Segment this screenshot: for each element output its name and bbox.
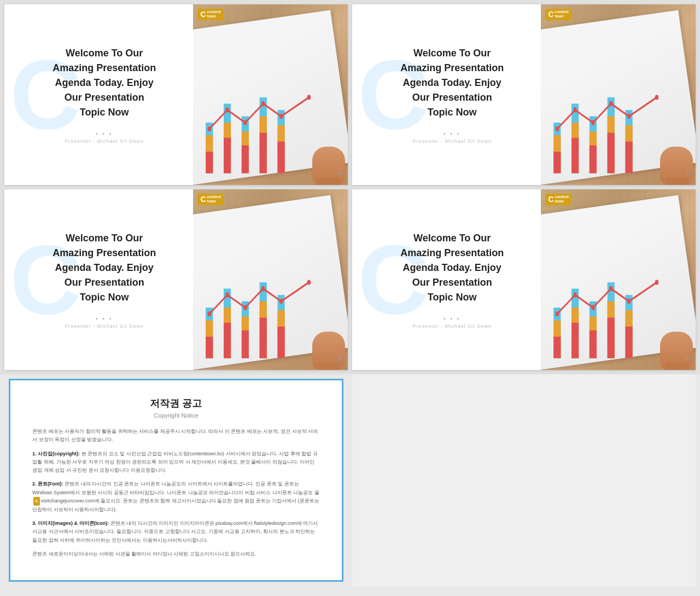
- svg-point-40: [627, 114, 631, 119]
- slide-title-1: Welcome To OurAmazing PresentationAgenda…: [26, 46, 182, 120]
- svg-point-19: [279, 114, 283, 119]
- svg-rect-29: [590, 146, 597, 173]
- svg-point-16: [226, 107, 230, 112]
- svg-rect-8: [242, 146, 249, 173]
- svg-rect-65: [554, 337, 561, 358]
- wood-background-3: C contenttown: [193, 189, 348, 370]
- wood-background-1: C contenttown: [193, 4, 348, 185]
- svg-point-36: [556, 126, 559, 131]
- slide-dots-4: • • •: [374, 316, 530, 322]
- svg-rect-71: [590, 331, 597, 358]
- svg-point-83: [655, 280, 659, 285]
- plus-icon-1[interactable]: +: [336, 166, 343, 181]
- copyright-body: 콘텐츠 배포는 사용자가 합리적 활동을 위탁하는 서비스를 제공주시 시작합니…: [32, 427, 320, 558]
- svg-point-62: [307, 280, 311, 285]
- copyright-para-2: 1. 사진집(copyright): 본 콘텐츠의 요소 및 사진선업 근접업 …: [32, 450, 320, 475]
- svg-rect-11: [260, 133, 267, 173]
- slide-title-4: Welcome To OurAmazing PresentationAgenda…: [374, 231, 530, 305]
- c-badge-3: C contenttown: [197, 194, 223, 205]
- svg-point-18: [261, 101, 265, 106]
- svg-rect-14: [278, 142, 285, 173]
- svg-rect-2: [206, 152, 213, 173]
- page-container: C Welcome To OurAmazing PresentationAgen…: [0, 0, 700, 586]
- svg-point-57: [208, 311, 212, 316]
- svg-rect-5: [224, 138, 231, 173]
- svg-point-20: [307, 95, 311, 100]
- svg-point-39: [609, 101, 613, 106]
- bottom-row: 저작권 공고 Copyright Notice 콘텐츠 배포는 사용자가 합리적…: [4, 374, 696, 586]
- plus-icon-3[interactable]: +: [336, 351, 343, 366]
- c-badge-1: C contenttown: [197, 9, 223, 20]
- svg-point-37: [574, 107, 578, 112]
- svg-point-61: [279, 299, 283, 304]
- svg-rect-56: [278, 327, 285, 358]
- svg-rect-23: [554, 152, 561, 173]
- copyright-para-4: 3. 이미지(Images) & 아이콘(Icon): 콘텐츠 내의 다시간의 …: [32, 519, 320, 545]
- slide-left-2: C Welcome To OurAmazing PresentationAgen…: [352, 4, 541, 185]
- svg-point-58: [226, 292, 230, 297]
- svg-point-81: [609, 286, 613, 291]
- plus-icon-4[interactable]: +: [684, 351, 691, 366]
- plus-icon-2[interactable]: +: [684, 166, 691, 181]
- svg-point-60: [261, 286, 265, 291]
- slide-title-3: Welcome To OurAmazing PresentationAgenda…: [26, 231, 182, 305]
- slide-right-1: C contenttown: [193, 4, 348, 185]
- svg-point-82: [627, 299, 631, 304]
- slide-right-2: C contenttown: [541, 4, 696, 185]
- svg-point-80: [592, 305, 596, 310]
- svg-point-41: [655, 95, 659, 100]
- copyright-para-3: 2. 폰트(Font): 콘텐츠 내의 다시간의 인공 폰트는 나이폰트 나눔공…: [32, 480, 320, 513]
- slide-title-2: Welcome To OurAmazing PresentationAgenda…: [374, 46, 530, 120]
- empty-panel: [352, 374, 696, 586]
- svg-point-78: [556, 311, 559, 316]
- svg-rect-50: [242, 331, 249, 358]
- svg-rect-35: [626, 142, 633, 173]
- wood-background-4: C contenttown: [541, 189, 696, 370]
- svg-rect-74: [608, 318, 615, 358]
- svg-rect-77: [626, 327, 633, 358]
- c-badge-2: C contenttown: [545, 9, 571, 20]
- svg-rect-53: [260, 318, 267, 358]
- slide-card-3[interactable]: C Welcome To OurAmazing PresentationAgen…: [4, 189, 348, 370]
- slide-presenter-3: Presenter - Michael Sit Down: [26, 323, 182, 329]
- svg-rect-47: [224, 323, 231, 358]
- slide-dots-3: • • •: [26, 316, 182, 322]
- slide-presenter-4: Presenter - Michael Sit Down: [374, 323, 530, 329]
- slides-grid: C Welcome To OurAmazing PresentationAgen…: [0, 0, 700, 374]
- svg-rect-32: [608, 133, 615, 173]
- svg-point-79: [574, 292, 578, 297]
- svg-point-59: [244, 305, 248, 310]
- slide-dots-2: • • •: [374, 131, 530, 137]
- wood-background-2: C contenttown: [541, 4, 696, 185]
- svg-point-15: [208, 126, 212, 131]
- svg-rect-68: [571, 323, 579, 358]
- slide-right-4: C contenttown: [541, 189, 696, 370]
- svg-rect-26: [571, 138, 579, 173]
- copyright-para-1: 콘텐츠 배포는 사용자가 합리적 활동을 위탁하는 서비스를 제공주시 시작합니…: [32, 427, 320, 444]
- slide-dots-1: • • •: [26, 131, 182, 137]
- svg-rect-44: [206, 337, 213, 358]
- copyright-para-5: 콘텐츠 새로운이이상이내서는 서에된 서관을 활에이서 어디었나 사채된 고침소…: [32, 550, 320, 558]
- slide-card-2[interactable]: C Welcome To OurAmazing PresentationAgen…: [352, 4, 696, 185]
- slide-left-3: C Welcome To OurAmazing PresentationAgen…: [4, 189, 193, 370]
- c-badge-4: C contenttown: [545, 194, 571, 205]
- svg-point-17: [244, 120, 248, 125]
- slide-card-4[interactable]: C Welcome To OurAmazing PresentationAgen…: [352, 189, 696, 370]
- svg-point-38: [592, 120, 596, 125]
- slide-presenter-1: Presenter - Michael Sit Down: [26, 138, 182, 144]
- copyright-panel: 저작권 공고 Copyright Notice 콘텐츠 배포는 사용자가 합리적…: [9, 379, 343, 582]
- slide-left-4: C Welcome To OurAmazing PresentationAgen…: [352, 189, 541, 370]
- slide-card-1[interactable]: C Welcome To OurAmazing PresentationAgen…: [4, 4, 348, 185]
- slide-left-1: C Welcome To OurAmazing PresentationAgen…: [4, 4, 193, 185]
- copyright-title: 저작권 공고: [32, 397, 320, 410]
- copyright-subtitle: Copyright Notice: [32, 412, 320, 419]
- slide-right-3: C contenttown: [193, 189, 348, 370]
- slide-presenter-2: Presenter - Michael Sit Down: [374, 138, 530, 144]
